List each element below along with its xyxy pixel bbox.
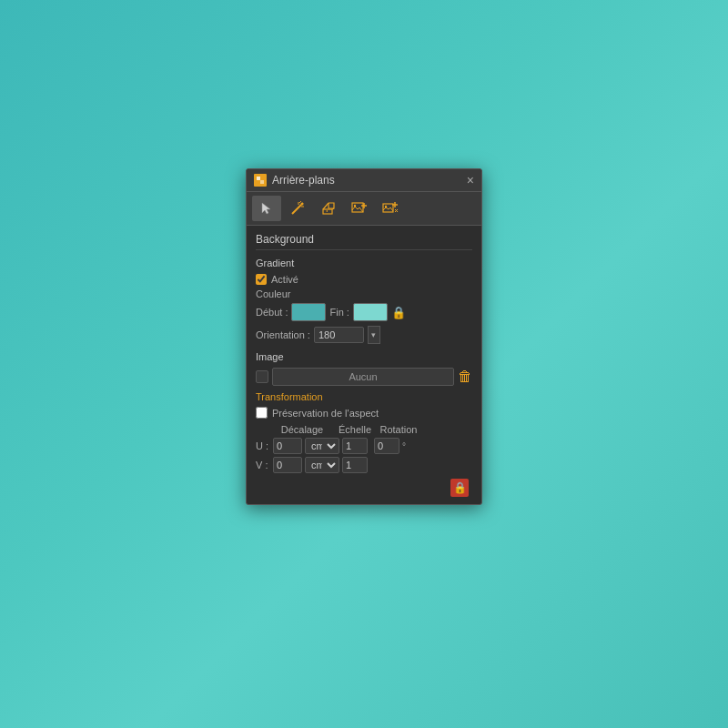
orientation-row: Orientation : ▾: [256, 326, 472, 344]
cursor-tool-button[interactable]: [252, 196, 281, 221]
titlebar: Arrière-plans ×: [247, 169, 481, 192]
u-rotation-input[interactable]: [374, 438, 399, 454]
color-lock-icon[interactable]: 🔒: [391, 306, 406, 319]
svg-line-8: [299, 201, 301, 203]
image-enable-checkbox[interactable]: [256, 370, 268, 383]
wand-tool-button[interactable]: [283, 196, 312, 221]
orientation-spinner[interactable]: ▾: [368, 326, 380, 344]
v-offset-input[interactable]: [273, 457, 302, 473]
bottom-lock-row: 🔒: [256, 479, 472, 497]
svg-line-10: [323, 203, 329, 209]
svg-point-17: [385, 206, 387, 207]
dialog-title: Arrière-plans: [272, 174, 335, 187]
u-row: U : cm in px °: [256, 438, 472, 454]
background-section-header: Background: [256, 233, 472, 250]
u-scale-input[interactable]: [342, 438, 368, 454]
titlebar-left: Arrière-plans: [254, 174, 335, 187]
svg-line-3: [292, 205, 301, 214]
orientation-input[interactable]: [314, 327, 364, 343]
svg-point-5: [301, 203, 304, 206]
v-row: V : cm in px: [256, 457, 472, 473]
offset-col-header: Décalage: [270, 424, 334, 435]
dialog-content: Background Gradient Activé Couleur Début…: [247, 226, 481, 504]
dialog-icon: [254, 174, 267, 187]
image-filename: Aucun: [272, 368, 454, 386]
transformation-section: Transformation Préservation de l'aspect …: [256, 391, 472, 473]
close-button[interactable]: ×: [467, 174, 474, 187]
transformation-header: Transformation: [256, 391, 472, 402]
delete-image-button[interactable]: 🗑: [458, 369, 472, 385]
preserve-label: Préservation de l'aspect: [272, 408, 379, 419]
scale-col-header: Échelle: [338, 424, 372, 435]
u-label: U :: [256, 440, 270, 451]
add-image-tool-button[interactable]: [345, 196, 374, 221]
backgrounds-dialog: Arrière-plans ×: [246, 168, 482, 505]
end-color-swatch[interactable]: [353, 303, 388, 321]
svg-marker-2: [262, 203, 270, 214]
color-row: Début : Fin : 🔒: [256, 303, 472, 321]
preserve-row: Préservation de l'aspect: [256, 407, 472, 419]
image-row: Aucun 🗑: [256, 368, 472, 386]
gradient-active-row: Activé: [256, 274, 472, 285]
start-color-swatch[interactable]: [291, 303, 326, 321]
svg-rect-1: [260, 180, 264, 184]
gradient-active-checkbox[interactable]: [256, 274, 267, 285]
debut-label: Début :: [256, 307, 288, 318]
lock-button[interactable]: 🔒: [450, 479, 469, 497]
gradient-active-label: Activé: [271, 274, 298, 285]
fin-label: Fin :: [329, 307, 349, 318]
edit-tool-button[interactable]: [314, 196, 343, 221]
svg-point-13: [354, 205, 356, 207]
image-header: Image: [256, 351, 472, 362]
add-image2-tool-button[interactable]: [376, 196, 405, 221]
couleur-label: Couleur: [256, 288, 472, 299]
gradient-header: Gradient: [256, 258, 472, 268]
v-label: V :: [256, 460, 270, 470]
orientation-label: Orientation :: [256, 329, 310, 340]
toolbar: [247, 192, 481, 226]
transform-col-headers: Décalage Échelle Rotation: [256, 424, 472, 435]
preserve-checkbox[interactable]: [256, 407, 268, 419]
v-scale-input[interactable]: [342, 457, 368, 473]
rotation-col-header: Rotation: [376, 424, 421, 435]
u-offset-input[interactable]: [273, 438, 302, 454]
svg-rect-0: [257, 177, 260, 180]
u-unit-select[interactable]: cm in px: [305, 438, 339, 454]
v-unit-select[interactable]: cm in px: [305, 457, 339, 473]
svg-rect-16: [383, 204, 393, 212]
rotation-degree-unit: °: [402, 441, 406, 451]
